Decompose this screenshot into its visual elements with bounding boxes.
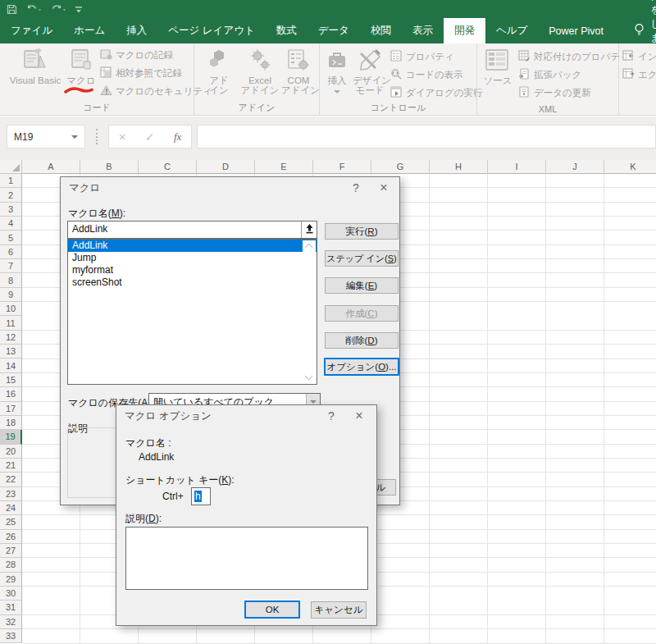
column-header-A[interactable]: A — [22, 160, 80, 174]
design-mode-button[interactable]: デザインモード — [353, 47, 387, 95]
insert-control-button[interactable]: 挿入 — [323, 47, 351, 95]
column-header-K[interactable]: K — [604, 160, 656, 174]
record-macro-button[interactable]: マクロの記録 — [100, 48, 173, 62]
row-header-13[interactable]: 13 — [0, 345, 22, 359]
row-header-10[interactable]: 10 — [0, 302, 22, 316]
shortcut-key-input[interactable]: h — [191, 487, 211, 505]
row-header-24[interactable]: 24 — [0, 501, 22, 515]
scroll-up-icon[interactable] — [305, 244, 313, 252]
customize-qat-icon[interactable] — [75, 4, 83, 15]
macro-name-input[interactable]: AddLink — [67, 221, 317, 239]
save-icon[interactable] — [7, 4, 17, 15]
row-header-18[interactable]: 18 — [0, 416, 22, 430]
column-header-E[interactable]: E — [255, 160, 313, 174]
refresh-data-button[interactable]: データの更新 — [518, 86, 591, 99]
row-header-15[interactable]: 15 — [0, 373, 22, 387]
row-header-19[interactable]: 19 — [0, 430, 22, 444]
import-button[interactable]: インポート — [622, 50, 656, 63]
macro-dialog-help-button[interactable]: ? — [344, 177, 368, 199]
row-header-25[interactable]: 25 — [0, 515, 22, 529]
row-header-1[interactable]: 1 — [0, 174, 22, 188]
column-header-C[interactable]: C — [139, 160, 197, 174]
column-header-F[interactable]: F — [313, 160, 371, 174]
row-header-3[interactable]: 3 — [0, 203, 22, 217]
xml-source-button[interactable]: ソース — [481, 47, 515, 85]
row-header-33[interactable]: 33 — [0, 629, 22, 643]
column-header-H[interactable]: H — [430, 160, 488, 174]
options-button[interactable]: オプション(O)... — [324, 358, 399, 376]
tab-2[interactable]: 挿入 — [116, 18, 157, 43]
cancel-entry-icon[interactable]: × — [119, 130, 126, 144]
addins-button[interactable]: アドイン — [201, 47, 237, 95]
create-button[interactable]: 作成(C) — [325, 305, 399, 322]
properties-button[interactable]: プロパティ — [390, 50, 454, 63]
macro-name-top-button[interactable] — [301, 222, 317, 238]
tab-3[interactable]: ページ レイアウト — [157, 18, 266, 43]
tab-5[interactable]: データ — [308, 18, 360, 43]
macro-dialog-close-button[interactable]: × — [371, 177, 396, 199]
macro-list-item[interactable]: AddLink — [68, 240, 317, 252]
confirm-entry-icon[interactable]: ✓ — [145, 130, 155, 144]
row-header-4[interactable]: 4 — [0, 217, 22, 231]
macro-list-scrollbar[interactable] — [303, 240, 316, 383]
options-dialog-help-button[interactable]: ? — [319, 405, 344, 427]
row-header-12[interactable]: 12 — [0, 331, 22, 345]
formula-input[interactable] — [197, 125, 656, 148]
row-header-26[interactable]: 26 — [0, 530, 22, 544]
options-description-textarea[interactable] — [125, 527, 368, 590]
row-header-31[interactable]: 31 — [0, 601, 22, 614]
excel-addins-button[interactable]: Excelアドイン — [239, 47, 281, 95]
run-button[interactable]: 実行(R) — [325, 223, 399, 240]
scroll-down-icon[interactable] — [305, 372, 313, 381]
row-header-8[interactable]: 8 — [0, 273, 22, 287]
name-box-dropdown-caret[interactable] — [71, 135, 78, 139]
row-header-5[interactable]: 5 — [0, 231, 22, 244]
macros-button[interactable]: マクロ — [64, 47, 98, 85]
macro-list-item[interactable]: myformat — [68, 264, 317, 276]
options-dialog-close-button[interactable]: × — [347, 405, 371, 427]
row-header-11[interactable]: 11 — [0, 316, 22, 330]
column-header-I[interactable]: I — [488, 160, 546, 174]
row-header-22[interactable]: 22 — [0, 473, 22, 486]
macro-list-item[interactable]: screenShot — [68, 276, 317, 289]
row-header-28[interactable]: 28 — [0, 558, 22, 572]
run-dialog-button[interactable]: ダイアログの実行 — [390, 86, 483, 99]
delete-button[interactable]: 削除(D) — [325, 332, 399, 349]
row-header-7[interactable]: 7 — [0, 259, 22, 273]
export-button[interactable]: エクスポート — [622, 68, 656, 81]
tab-6[interactable]: 校閲 — [360, 18, 402, 43]
row-header-23[interactable]: 23 — [0, 487, 22, 501]
name-box[interactable]: M19 — [7, 125, 85, 148]
undo-icon[interactable] — [25, 4, 42, 15]
row-header-16[interactable]: 16 — [0, 387, 22, 401]
row-header-14[interactable]: 14 — [0, 359, 22, 372]
tab-7[interactable]: 表示 — [402, 18, 444, 43]
row-header-30[interactable]: 30 — [0, 587, 22, 601]
view-code-button[interactable]: コードの表示 — [390, 68, 463, 81]
row-header-17[interactable]: 17 — [0, 402, 22, 416]
tab-0[interactable]: ファイル — [0, 18, 63, 43]
step-into-button[interactable]: ステップ イン(S) — [325, 250, 399, 267]
select-all-corner[interactable] — [0, 160, 22, 174]
edit-button[interactable]: 編集(E) — [325, 277, 399, 294]
expansion-packs-button[interactable]: 拡張パック — [518, 68, 581, 81]
visual-basic-button[interactable]: Visual Basic — [7, 47, 64, 85]
column-header-J[interactable]: J — [546, 160, 604, 174]
tab-8[interactable]: 開発 — [444, 18, 485, 43]
tab-4[interactable]: 数式 — [266, 18, 308, 43]
relative-references-button[interactable]: 相対参照で記録 — [100, 66, 182, 80]
ok-button[interactable]: OK — [244, 601, 300, 619]
map-properties-button[interactable]: 対応付けのプロパティ — [518, 50, 630, 63]
row-header-9[interactable]: 9 — [0, 288, 22, 302]
com-addins-button[interactable]: COMアドイン — [281, 47, 316, 95]
tab-9[interactable]: ヘルプ — [485, 18, 538, 43]
cancel-button[interactable]: キャンセル — [311, 601, 367, 619]
macro-list[interactable]: AddLinkJumpmyformatscreenShot — [67, 239, 317, 385]
row-header-27[interactable]: 27 — [0, 544, 22, 558]
insert-function-icon[interactable]: fx — [174, 130, 181, 144]
row-header-32[interactable]: 32 — [0, 615, 22, 629]
row-header-20[interactable]: 20 — [0, 445, 22, 459]
tell-me-search[interactable]: 何をしますか — [626, 18, 656, 43]
row-header-21[interactable]: 21 — [0, 459, 22, 473]
column-header-B[interactable]: B — [80, 160, 139, 174]
